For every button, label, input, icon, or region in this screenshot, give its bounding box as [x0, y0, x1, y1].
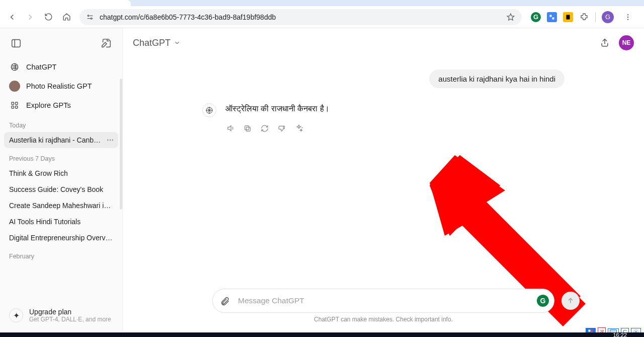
regenerate-button[interactable]: [260, 123, 270, 133]
extension-translate-icon[interactable]: [547, 12, 557, 22]
chevron-down-icon: [174, 39, 181, 46]
browser-tabstrip: [0, 0, 644, 6]
attach-button[interactable]: [218, 294, 232, 308]
extension-grammarly-icon[interactable]: G: [531, 12, 541, 22]
section-title-today: Today: [4, 115, 118, 132]
svg-point-4: [627, 16, 628, 17]
reload-button[interactable]: [40, 9, 56, 25]
read-aloud-button[interactable]: [225, 123, 235, 133]
svg-rect-2: [567, 15, 570, 19]
user-message: austerlia ki rajdhani kya hai in hindi: [429, 70, 565, 88]
sidebar: ChatGPT Photo Realistic GPT Explore GPTs…: [0, 28, 123, 332]
bad-response-button[interactable]: [277, 123, 287, 133]
sidebar-scrollbar[interactable]: [120, 79, 122, 210]
grid-icon: [9, 100, 20, 111]
sidebar-item-chatgpt[interactable]: ChatGPT: [4, 57, 118, 77]
photo-gpt-avatar-icon: [9, 81, 20, 92]
sparkle-icon: ✦: [9, 308, 23, 322]
section-title-feb: February: [4, 246, 118, 263]
extensions-menu-icon[interactable]: [579, 12, 589, 22]
send-button[interactable]: [561, 292, 580, 310]
forward-button[interactable]: [22, 9, 38, 25]
svg-point-5: [627, 19, 628, 20]
bookmark-star-icon[interactable]: [506, 12, 516, 22]
user-avatar[interactable]: NE: [619, 35, 634, 50]
model-label: ChatGPT: [133, 38, 171, 48]
chat-item[interactable]: Austerlia ki rajdhani - Canberra: [4, 132, 118, 148]
upgrade-subtitle: Get GPT-4, DALL·E, and more: [29, 316, 111, 323]
site-settings-icon[interactable]: [86, 13, 95, 22]
svg-rect-8: [12, 102, 14, 105]
assistant-avatar-icon: [202, 103, 216, 117]
svg-rect-10: [12, 106, 14, 109]
svg-rect-18: [589, 329, 591, 331]
chat-item[interactable]: AI Tools Hindi Tutorials: [4, 214, 118, 230]
main-content: ChatGPT NE austerlia ki rajdhani kya hai…: [123, 28, 644, 332]
svg-rect-11: [16, 106, 18, 109]
svg-rect-14: [245, 125, 249, 129]
sidebar-item-label: Explore GPTs: [26, 101, 71, 109]
chrome-profile-avatar[interactable]: G: [602, 11, 614, 23]
model-selector[interactable]: ChatGPT: [133, 38, 181, 48]
share-button[interactable]: [598, 36, 612, 50]
sidebar-item-photo-realistic-gpt[interactable]: Photo Realistic GPT: [4, 77, 118, 96]
sidebar-item-label: ChatGPT: [26, 63, 56, 71]
sidebar-item-label: Photo Realistic GPT: [26, 82, 92, 90]
svg-rect-9: [16, 102, 18, 105]
svg-rect-19: [591, 329, 593, 331]
taskbar-clock: 16:22: [613, 332, 627, 337]
svg-point-0: [88, 15, 89, 17]
svg-rect-13: [246, 127, 250, 131]
back-button[interactable]: [4, 9, 20, 25]
message-actions: [225, 123, 565, 133]
home-button[interactable]: [58, 9, 74, 25]
message-input[interactable]: [238, 296, 531, 305]
separator: [595, 12, 596, 22]
chatgpt-logo-icon: [9, 61, 20, 73]
new-chat-button[interactable]: [98, 35, 114, 51]
taskbar-hint: 16:22: [0, 332, 644, 337]
address-bar[interactable]: chatgpt.com/c/6a8e6b05-7773-4c36-bad9-8a…: [79, 9, 522, 25]
svg-rect-6: [12, 40, 21, 47]
upgrade-plan-button[interactable]: ✦ Upgrade plan Get GPT-4, DALL·E, and mo…: [4, 303, 118, 328]
section-title-prev7: Previous 7 Days: [4, 148, 118, 165]
svg-point-1: [91, 18, 92, 19]
copy-button[interactable]: [243, 123, 253, 133]
chat-item[interactable]: Digital Entrepreneurship Overview: [4, 230, 118, 246]
extension-keep-icon[interactable]: [563, 12, 573, 22]
url-text: chatgpt.com/c/6a8e6b05-7773-4c36-bad9-8a…: [100, 13, 276, 21]
extension-row: G G: [527, 9, 640, 25]
chat-item[interactable]: Success Guide: Covey's Book: [4, 181, 118, 197]
upgrade-title: Upgrade plan: [29, 308, 111, 316]
change-model-button[interactable]: [294, 123, 304, 133]
sidebar-item-explore-gpts[interactable]: Explore GPTs: [4, 96, 118, 115]
browser-toolbar: chatgpt.com/c/6a8e6b05-7773-4c36-bad9-8a…: [0, 6, 644, 28]
svg-point-3: [627, 14, 628, 15]
grammarly-composer-icon[interactable]: G: [537, 295, 549, 307]
chrome-menu-button[interactable]: [620, 9, 636, 25]
composer: G: [212, 289, 554, 313]
chat-item[interactable]: Create Sandeep Maheshwari image: [4, 197, 118, 214]
assistant-message: ऑस्ट्रेलिया की राजधानी कैनबरा है।: [225, 102, 565, 115]
collapse-sidebar-button[interactable]: [8, 35, 24, 51]
chat-item[interactable]: Think & Grow Rich: [4, 165, 118, 181]
